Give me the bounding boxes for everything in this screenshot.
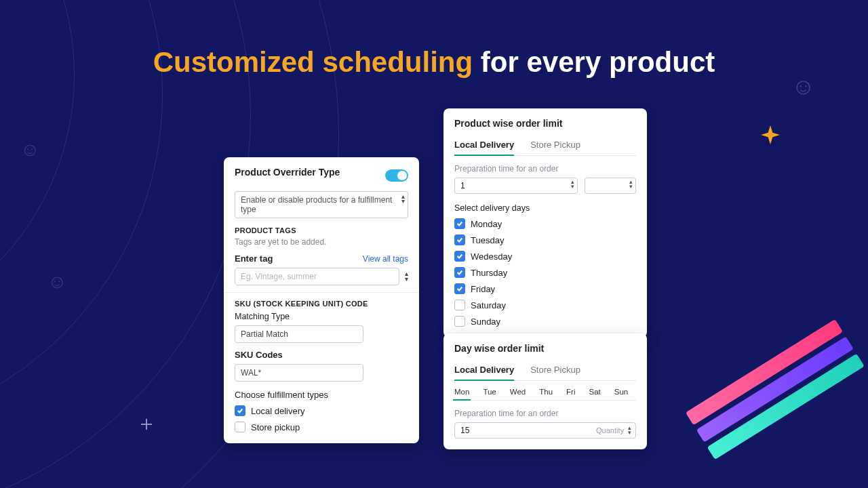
crosshair-icon: [141, 419, 152, 430]
daytab-fri[interactable]: Fri: [566, 388, 575, 400]
product-wise-limit-card: Product wise order limit Local DeliveryS…: [443, 108, 647, 338]
overrider-type-value: Enable or disable products for a fulfill…: [241, 195, 392, 214]
delivery-day-option[interactable]: Saturday: [454, 300, 636, 310]
sku-codes-label: SKU Codes: [235, 350, 408, 360]
fulfillment-option[interactable]: Local delivery: [235, 405, 408, 416]
tab-local-delivery[interactable]: Local Delivery: [454, 361, 514, 380]
checkbox[interactable]: [454, 218, 465, 229]
fulfillment-label: Choose fulfillment types: [235, 390, 408, 400]
product-overrider-card: Product Overrider Type Enable or disable…: [224, 157, 419, 443]
daytab-mon[interactable]: Mon: [454, 388, 469, 400]
fulfillment-option[interactable]: Store pickup: [235, 422, 408, 432]
day-label: Thursday: [471, 268, 507, 278]
card2-title: Product wise order limit: [454, 118, 636, 129]
emoji-icon: ☺: [20, 139, 40, 161]
headline-rest: for every product: [473, 46, 715, 78]
checkbox[interactable]: [235, 405, 245, 416]
matching-type-label: Matching Type: [235, 312, 408, 321]
checkbox[interactable]: [454, 251, 465, 262]
checkbox[interactable]: [454, 267, 465, 278]
day-label: Tuesday: [471, 235, 504, 245]
prep-time-value: 1: [460, 181, 465, 190]
option-label: Store pickup: [251, 422, 300, 432]
day-prep-label: Preparation time for an order: [454, 409, 636, 418]
quantity-label: Quantity: [592, 426, 628, 434]
card1-title: Product Overrider Type: [235, 167, 340, 178]
overrider-toggle[interactable]: [385, 169, 408, 182]
delivery-day-option[interactable]: Tuesday: [454, 235, 636, 245]
daytab-tue[interactable]: Tue: [483, 388, 496, 400]
checkbox[interactable]: [454, 283, 465, 294]
day-label: Monday: [471, 219, 502, 229]
tab-store-pickup[interactable]: Store Pickup: [530, 361, 580, 380]
day-prep-value: 15: [455, 423, 592, 438]
day-prep-input[interactable]: 15 Quantity ▴▾: [454, 422, 636, 439]
day-label: Wedesday: [471, 251, 512, 262]
enter-tag-label: Enter tag: [235, 253, 273, 264]
sku-heading: SKU (STOCK KEEPING UNIT) CODE: [235, 300, 408, 308]
day-wise-limit-card: Day wise order limit Local DeliveryStore…: [443, 333, 647, 449]
sku-codes-input[interactable]: [235, 364, 363, 382]
tag-input[interactable]: [235, 268, 399, 285]
stripes-decoration: [686, 319, 868, 488]
option-label: Local delivery: [251, 406, 305, 416]
prep-time-value-input[interactable]: 1 ▴▾: [454, 178, 578, 194]
checkbox[interactable]: [454, 300, 465, 310]
daytab-sun[interactable]: Sun: [614, 388, 628, 400]
emoji-icon: ☺: [47, 271, 67, 293]
daytab-thu[interactable]: Thu: [539, 388, 553, 400]
page-title: Customized scheduling for every product: [0, 46, 868, 79]
tab-store-pickup[interactable]: Store Pickup: [530, 136, 580, 155]
delivery-day-option[interactable]: Thursday: [454, 267, 636, 278]
day-label: Saturday: [471, 300, 506, 310]
tab-local-delivery[interactable]: Local Delivery: [454, 136, 514, 155]
prep-time-unit-select[interactable]: ▴▾: [585, 178, 636, 194]
card3-title: Day wise order limit: [454, 343, 636, 354]
star-icon: [761, 125, 780, 144]
tag-spinner[interactable]: ▴▾: [405, 271, 408, 282]
view-all-tags-link[interactable]: View all tags: [363, 254, 408, 264]
product-tags-hint: Tags are yet to be added.: [235, 237, 408, 247]
headline-accent: Customized scheduling: [153, 46, 473, 78]
product-tags-heading: PRODUCT TAGS: [235, 226, 408, 235]
daytab-sat[interactable]: Sat: [589, 388, 600, 400]
delivery-day-option[interactable]: Friday: [454, 283, 636, 294]
daytab-wed[interactable]: Wed: [510, 388, 526, 400]
prep-time-label: Preparation time for an order: [454, 164, 636, 174]
day-label: Friday: [471, 284, 495, 294]
checkbox[interactable]: [235, 422, 245, 432]
delivery-day-option[interactable]: Wedesday: [454, 251, 636, 262]
checkbox[interactable]: [454, 235, 465, 245]
delivery-day-option[interactable]: Monday: [454, 218, 636, 229]
matching-type-input[interactable]: [235, 325, 363, 343]
day-label: Sunday: [471, 317, 500, 327]
delivery-day-option[interactable]: Sunday: [454, 316, 636, 327]
checkbox[interactable]: [454, 316, 465, 327]
overrider-type-select[interactable]: Enable or disable products for a fulfill…: [235, 191, 408, 218]
delivery-days-label: Select delivery days: [454, 203, 636, 213]
